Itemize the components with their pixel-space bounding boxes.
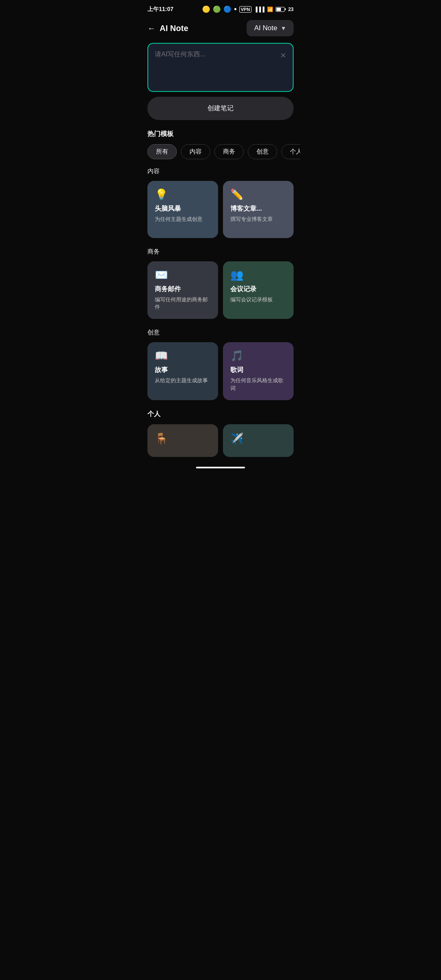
card-title-故事: 故事 bbox=[155, 366, 211, 374]
status-time: 上午11:07 bbox=[147, 6, 174, 13]
filter-tab-商务[interactable]: 商务 bbox=[214, 144, 244, 159]
card-content-会议记录: 会议记录编写会议记录模板 bbox=[230, 285, 286, 303]
battery-percent: 23 bbox=[288, 7, 294, 12]
card-歌词[interactable]: 🎵歌词为任何音乐风格生成歌词 bbox=[223, 342, 294, 400]
filter-tab-个人[interactable]: 个人 bbox=[281, 144, 300, 159]
card-title-商务邮件: 商务邮件 bbox=[155, 285, 211, 294]
chevron-down-icon: ▼ bbox=[281, 25, 286, 31]
cards-grid-创意: 📖故事从给定的主题生成故事🎵歌词为任何音乐风格生成歌词 bbox=[147, 342, 294, 400]
filter-tab-所有[interactable]: 所有 bbox=[147, 144, 177, 159]
page-title: AI Note bbox=[160, 24, 188, 33]
vpn-icon: VPN bbox=[239, 6, 252, 13]
search-area[interactable]: ✕ bbox=[147, 43, 294, 92]
hot-templates-label: 热门模板 bbox=[141, 130, 300, 144]
partial-card-icon: ✈️ bbox=[230, 432, 286, 445]
header-left: ← AI Note bbox=[147, 24, 188, 33]
card-desc-商务邮件: 编写任何用途的商务邮件 bbox=[155, 296, 211, 311]
ai-prompt-input[interactable] bbox=[155, 50, 280, 80]
card-desc-故事: 从给定的主题生成故事 bbox=[155, 377, 211, 384]
card-title-博客文章...: 博客文章... bbox=[230, 205, 286, 213]
section-title-内容: 内容 bbox=[147, 167, 294, 175]
cards-grid-商务: ✉️商务邮件编写任何用途的商务邮件👥会议记录编写会议记录模板 bbox=[147, 261, 294, 319]
ai-note-dropdown[interactable]: AI Note ▼ bbox=[247, 20, 294, 36]
filter-tabs-container: 所有内容商务创意个人社… bbox=[141, 144, 300, 167]
create-note-button[interactable]: 创建笔记 bbox=[147, 97, 294, 120]
card-头脑风暴[interactable]: 💡头脑风暴为任何主题生成创意 bbox=[147, 181, 218, 238]
bottom-bar bbox=[141, 460, 300, 475]
section-title-创意: 创意 bbox=[147, 329, 294, 336]
card-desc-头脑风暴: 为任何主题生成创意 bbox=[155, 216, 211, 223]
card-icon-商务邮件: ✉️ bbox=[155, 270, 211, 280]
header: ← AI Note AI Note ▼ bbox=[141, 17, 300, 43]
signal-bars: ▐▐▐ bbox=[254, 7, 265, 12]
status-icons: 🟡 🟢 🔵 • VPN ▐▐▐ 📶 23 bbox=[202, 5, 294, 13]
card-icon-头脑风暴: 💡 bbox=[155, 189, 211, 200]
home-indicator bbox=[196, 467, 245, 468]
filter-tab-内容[interactable]: 内容 bbox=[181, 144, 210, 159]
card-会议记录[interactable]: 👥会议记录编写会议记录模板 bbox=[223, 261, 294, 319]
card-博客文章...[interactable]: ✏️博客文章...撰写专业博客文章 bbox=[223, 181, 294, 238]
app-icon-2: 🟢 bbox=[213, 5, 221, 13]
card-icon-会议记录: 👥 bbox=[230, 270, 286, 280]
card-商务邮件[interactable]: ✉️商务邮件编写任何用途的商务邮件 bbox=[147, 261, 218, 319]
section-创意: 创意📖故事从给定的主题生成故事🎵歌词为任何音乐风格生成歌词 bbox=[141, 329, 300, 400]
section-商务: 商务✉️商务邮件编写任何用途的商务邮件👥会议记录编写会议记录模板 bbox=[141, 248, 300, 319]
card-desc-歌词: 为任何音乐风格生成歌词 bbox=[230, 377, 286, 392]
wifi-icon: 📶 bbox=[267, 7, 273, 12]
clear-icon[interactable]: ✕ bbox=[280, 51, 286, 60]
partial-card-icon: 🪑 bbox=[155, 432, 211, 445]
card-title-头脑风暴: 头脑风暴 bbox=[155, 205, 211, 213]
partial-card-personal[interactable]: 🪑 bbox=[147, 424, 218, 457]
app-icon-1: 🟡 bbox=[202, 5, 210, 13]
cards-grid-内容: 💡头脑风暴为任何主题生成创意✏️博客文章...撰写专业博客文章 bbox=[147, 181, 294, 238]
card-icon-歌词: 🎵 bbox=[230, 350, 286, 361]
back-button[interactable]: ← bbox=[147, 24, 156, 33]
card-title-会议记录: 会议记录 bbox=[230, 285, 286, 294]
personal-partial-cards: 🪑✈️ bbox=[141, 424, 300, 457]
card-desc-会议记录: 编写会议记录模板 bbox=[230, 296, 286, 303]
battery-indicator bbox=[276, 7, 286, 12]
card-content-博客文章...: 博客文章...撰写专业博客文章 bbox=[230, 205, 286, 223]
card-content-故事: 故事从给定的主题生成故事 bbox=[155, 366, 211, 384]
card-content-头脑风暴: 头脑风暴为任何主题生成创意 bbox=[155, 205, 211, 223]
status-dot: • bbox=[234, 5, 236, 13]
personal-section-label: 个人 bbox=[141, 410, 300, 424]
dropdown-label: AI Note bbox=[254, 24, 277, 32]
card-content-商务邮件: 商务邮件编写任何用途的商务邮件 bbox=[155, 285, 211, 311]
card-icon-博客文章...: ✏️ bbox=[230, 189, 286, 200]
card-icon-故事: 📖 bbox=[155, 350, 211, 361]
partial-card-personal[interactable]: ✈️ bbox=[223, 424, 294, 457]
card-desc-博客文章...: 撰写专业博客文章 bbox=[230, 216, 286, 223]
section-title-商务: 商务 bbox=[147, 248, 294, 256]
create-note-label: 创建笔记 bbox=[207, 105, 234, 111]
status-bar: 上午11:07 🟡 🟢 🔵 • VPN ▐▐▐ 📶 23 bbox=[141, 0, 300, 17]
filter-tab-创意[interactable]: 创意 bbox=[248, 144, 277, 159]
app-icon-3: 🔵 bbox=[223, 5, 232, 13]
card-title-歌词: 歌词 bbox=[230, 366, 286, 374]
card-content-歌词: 歌词为任何音乐风格生成歌词 bbox=[230, 366, 286, 392]
card-故事[interactable]: 📖故事从给定的主题生成故事 bbox=[147, 342, 218, 400]
section-内容: 内容💡头脑风暴为任何主题生成创意✏️博客文章...撰写专业博客文章 bbox=[141, 167, 300, 238]
